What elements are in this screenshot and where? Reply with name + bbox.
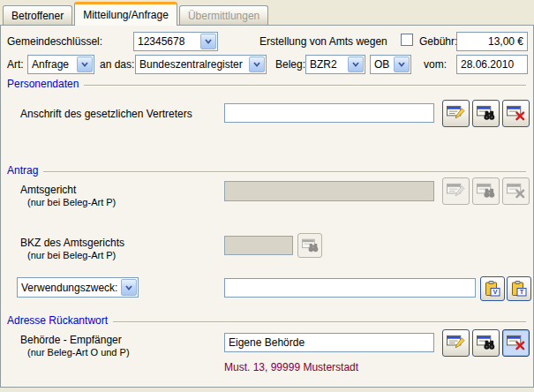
combobox-value: Bundeszentralregister: [136, 56, 248, 73]
form-delete-icon: [506, 334, 526, 352]
chevron-down-icon[interactable]: [249, 57, 265, 72]
anschrift-edit-button[interactable]: [442, 100, 470, 127]
tab-label: Mitteilung/Anfrage: [83, 9, 169, 21]
tab-uebermittlungen: Übermittlungen: [179, 5, 268, 25]
combobox-value: BZR2: [306, 56, 347, 73]
behoerde-edit-button[interactable]: [442, 329, 470, 357]
form-delete-icon: [506, 182, 526, 200]
behoerde-address-text: Must. 13, 99999 Musterstadt: [224, 361, 358, 373]
section-adresse-header: Adresse Rückantwort: [7, 314, 526, 327]
combobox-value: Anfrage: [28, 56, 76, 73]
an-das-label: an das:: [100, 58, 134, 71]
amtsgericht-search-button: [472, 177, 500, 205]
beleg-label: Beleg:: [275, 58, 305, 71]
beleg-combobox[interactable]: BZR2: [305, 55, 365, 74]
vom-label: vom:: [424, 58, 447, 71]
behoerde-search-button[interactable]: [472, 329, 500, 357]
amtsgericht-sublabel: (nur bei Beleg-Art P): [27, 197, 116, 207]
svg-text:T: T: [520, 288, 524, 296]
amtsgericht-edit-button: [442, 177, 470, 205]
tab-mitteilung-anfrage[interactable]: Mitteilung/Anfrage: [74, 2, 177, 26]
vom-input[interactable]: [456, 55, 528, 74]
verwendungszweck-paste-v-button[interactable]: V: [480, 276, 505, 301]
verwendungszweck-combobox[interactable]: Verwendungszweck:: [17, 277, 139, 298]
verwendungszweck-paste-text-button[interactable]: T: [507, 276, 531, 301]
amtsgericht-label: Amtsgericht: [20, 184, 76, 196]
tab-bar: Betroffener Mitteilung/Anfrage Übermittl…: [0, 0, 534, 25]
behoerde-delete-button[interactable]: [502, 329, 530, 357]
combobox-value: OB: [371, 56, 393, 73]
gebuehr-input[interactable]: [456, 32, 528, 51]
form-panel: Gemeindeschlüssel: 12345678 Erstellung v…: [0, 25, 534, 388]
bkz-sublabel: (nur bei Beleg-Art P): [27, 250, 116, 260]
chevron-down-icon[interactable]: [77, 57, 93, 72]
art-combobox[interactable]: Anfrage: [27, 55, 94, 74]
behoerde-label: Behörde - Empfänger: [20, 334, 122, 346]
art-label: Art:: [7, 58, 24, 71]
section-divider: [84, 85, 526, 86]
clipboard-t-icon: T: [510, 280, 528, 298]
tab-betroffener[interactable]: Betroffener: [3, 5, 72, 25]
form-delete-icon: [506, 104, 526, 123]
clipboard-v-icon: V: [484, 280, 501, 298]
tab-label: Betroffener: [11, 10, 64, 22]
form-search-icon: [301, 237, 320, 254]
section-divider: [113, 321, 526, 322]
form-edit-icon: [446, 182, 466, 200]
gemeindeschluessel-label: Gemeindeschlüssel:: [7, 35, 102, 48]
verwendungszweck-input[interactable]: [224, 278, 476, 298]
amtsgericht-delete-button: [502, 177, 530, 205]
bkz-label: BKZ des Amtsgerichts: [20, 237, 124, 249]
amts-wegen-checkbox[interactable]: [401, 34, 413, 46]
anschrift-search-button[interactable]: [472, 100, 500, 127]
section-personendaten-header: Personendaten: [7, 78, 526, 90]
combobox-value: Verwendungszweck:: [18, 278, 120, 297]
mitteilung-anfrage-window: Betroffener Mitteilung/Anfrage Übermittl…: [0, 0, 534, 392]
form-edit-icon: [446, 104, 466, 123]
chevron-down-icon[interactable]: [200, 34, 216, 49]
chevron-down-icon[interactable]: [121, 279, 137, 296]
combobox-value: 12345678: [134, 33, 199, 50]
amts-wegen-label: Erstellung von Amts wegen: [259, 35, 387, 48]
chevron-down-icon[interactable]: [394, 57, 410, 72]
an-das-combobox[interactable]: Bundeszentralregister: [135, 55, 267, 74]
gemeindeschluessel-combobox[interactable]: 12345678: [133, 32, 218, 51]
form-search-icon: [476, 104, 496, 123]
section-title: Adresse Rückantwort: [7, 314, 108, 327]
gebuehr-label: Gebühr:: [419, 35, 457, 48]
anschrift-delete-button[interactable]: [502, 100, 530, 127]
form-edit-icon: [446, 334, 466, 352]
form-search-icon: [476, 182, 496, 200]
behoerde-input[interactable]: [224, 333, 434, 352]
beleg-sub-combobox[interactable]: OB: [370, 55, 411, 74]
section-antrag-header: Antrag: [7, 164, 526, 177]
section-divider: [43, 171, 526, 172]
section-title: Antrag: [7, 164, 38, 177]
form-search-icon: [476, 334, 496, 352]
behoerde-sublabel: (nur Beleg-Art O und P): [27, 347, 130, 358]
bkz-search-button: [297, 233, 322, 258]
anschrift-label: Anschrift des gesetzlichen Vertreters: [20, 108, 192, 120]
anschrift-input[interactable]: [224, 103, 434, 123]
tab-label: Übermittlungen: [188, 10, 259, 22]
svg-text:V: V: [493, 288, 497, 296]
section-title: Personendaten: [7, 78, 79, 90]
chevron-down-icon[interactable]: [348, 57, 364, 72]
amtsgericht-input: [224, 181, 434, 201]
bkz-input: [224, 236, 293, 255]
